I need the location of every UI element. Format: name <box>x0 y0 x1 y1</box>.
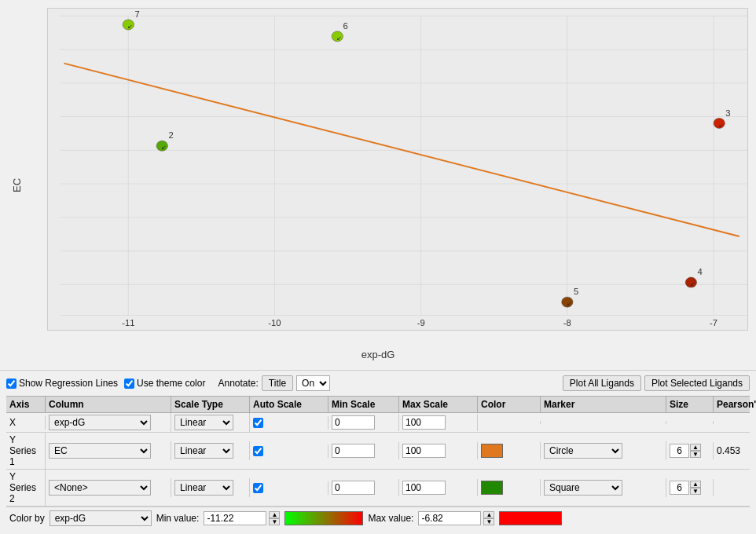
auto-scale-x-checkbox[interactable] <box>253 418 263 428</box>
column-y1: EC <box>46 441 171 460</box>
size-y1-spin-btns: ▲ ▼ <box>690 444 701 458</box>
auto-scale-y1 <box>250 444 328 458</box>
color-y1 <box>478 442 541 459</box>
max-scale-x-input[interactable] <box>402 415 446 430</box>
th-marker: Marker <box>541 397 666 412</box>
size-y1: ▲ ▼ <box>666 442 714 459</box>
marker-y1: Circle Square <box>541 441 666 460</box>
pearson-y1-value: 0.453 <box>717 445 740 456</box>
svg-text:↙: ↙ <box>161 144 167 152</box>
th-max-scale: Max Scale <box>399 397 478 412</box>
scale-type-x: Linear <box>171 413 250 432</box>
use-theme-color-checkbox[interactable] <box>124 379 134 389</box>
size-y1-up[interactable]: ▲ <box>690 444 701 451</box>
svg-text:7: 7 <box>134 10 139 19</box>
table-header: Axis Column Scale Type Auto Scale Min Sc… <box>6 396 750 413</box>
color-by-select[interactable]: exp-dG <box>50 510 152 526</box>
column-x-select[interactable]: exp-dG <box>49 415 151 430</box>
svg-text:2: 2 <box>168 131 173 140</box>
min-down[interactable]: ▼ <box>269 518 280 525</box>
marker-y2-select[interactable]: Square Circle <box>544 480 622 496</box>
auto-scale-y2 <box>250 481 328 495</box>
max-scale-y2-input[interactable] <box>402 481 446 495</box>
size-y1-input[interactable] <box>670 444 689 458</box>
svg-text:↙: ↙ <box>127 23 133 30</box>
svg-text:5: 5 <box>574 287 578 296</box>
max-down[interactable]: ▼ <box>483 518 494 525</box>
th-size: Size <box>666 397 714 412</box>
max-value-input[interactable] <box>418 511 481 525</box>
max-scale-y2 <box>399 479 478 496</box>
svg-text:↙: ↙ <box>336 35 342 42</box>
chart-area: EC exp-dG 0.27 0.26 0.25 0.24 0.23 0.22 … <box>0 0 756 370</box>
min-scale-y1 <box>328 442 399 459</box>
scale-type-y2-select[interactable]: Linear <box>174 480 233 496</box>
th-pearson: Pearson's R² <box>714 397 756 412</box>
min-value-label: Min value: <box>156 513 200 524</box>
min-scale-x <box>328 414 399 431</box>
min-scale-y1-input[interactable] <box>332 444 375 458</box>
use-theme-color-label: Use theme color <box>137 378 205 389</box>
annotate-title-button[interactable]: Title <box>262 375 293 391</box>
size-y2-spin-btns: ▲ ▼ <box>690 481 701 495</box>
max-color-swatch[interactable] <box>499 511 562 525</box>
svg-text:↙: ↙ <box>690 281 695 288</box>
x-axis-label: exp-dG <box>361 349 395 360</box>
table-row-x: X exp-dG Linear <box>6 413 750 433</box>
annotate-on-select[interactable]: On Off <box>296 375 330 391</box>
svg-text:4: 4 <box>698 268 703 276</box>
size-y2-spinbox: ▲ ▼ <box>670 481 701 495</box>
column-x: exp-dG <box>46 413 171 432</box>
marker-y1-select[interactable]: Circle Square <box>544 443 622 459</box>
scale-type-y1-select[interactable]: Linear <box>174 443 233 459</box>
show-regression-checkbox-label[interactable]: Show Regression Lines <box>6 378 118 389</box>
plot-all-ligands-button[interactable]: Plot All Ligands <box>563 375 641 391</box>
pearson-y1: 0.453 <box>714 444 756 458</box>
size-y1-down[interactable]: ▼ <box>690 451 701 458</box>
use-theme-color-checkbox-label[interactable]: Use theme color <box>124 378 205 389</box>
th-axis: Axis <box>6 397 46 412</box>
max-value-section: ▲ ▼ <box>418 511 494 525</box>
color-by-label: Color by <box>9 513 45 524</box>
show-regression-label: Show Regression Lines <box>19 378 118 389</box>
column-y2-select[interactable]: <None> EC <box>49 480 151 496</box>
th-auto-scale: Auto Scale <box>250 397 328 412</box>
scale-type-y2: Linear <box>171 478 250 497</box>
auto-scale-y2-checkbox[interactable] <box>253 483 263 493</box>
pearson-y2 <box>714 486 756 489</box>
annotate-section: Annotate: Title On Off <box>218 375 330 391</box>
color-y2 <box>478 479 541 496</box>
min-scale-x-input[interactable] <box>332 415 375 430</box>
plot-selected-ligands-button[interactable]: Plot Selected Ligands <box>644 375 750 391</box>
size-y2-up[interactable]: ▲ <box>690 481 701 488</box>
svg-text:-10: -10 <box>268 319 281 327</box>
th-scale-type: Scale Type <box>171 397 250 412</box>
max-up[interactable]: ▲ <box>483 511 494 518</box>
table-row-y1: Y Series 1 EC Linear <box>6 433 750 470</box>
min-up[interactable]: ▲ <box>269 511 280 518</box>
chart-inner: 0.27 0.26 0.25 0.24 0.23 0.22 0.21 0.20 … <box>47 8 748 331</box>
color-y2-swatch[interactable] <box>481 481 503 495</box>
y-axis-label: EC <box>11 177 23 192</box>
svg-text:↙: ↙ <box>567 301 572 308</box>
size-y2-down[interactable]: ▼ <box>690 488 701 495</box>
auto-scale-y1-checkbox[interactable] <box>253 446 263 456</box>
min-scale-y2-input[interactable] <box>332 481 375 495</box>
svg-text:-11: -11 <box>122 319 134 327</box>
min-spin-btns: ▲ ▼ <box>269 511 280 525</box>
controls-area: Show Regression Lines Use theme color An… <box>0 370 756 534</box>
max-scale-y1-input[interactable] <box>402 444 446 458</box>
max-scale-y1 <box>399 442 478 459</box>
color-by-row: Color by exp-dG Min value: ▲ ▼ Max value… <box>6 507 750 529</box>
pearson-x <box>714 421 756 424</box>
size-y2-input[interactable] <box>670 481 689 495</box>
scale-type-x-select[interactable]: Linear <box>174 415 233 430</box>
scale-type-y1: Linear <box>171 441 250 460</box>
color-y1-swatch[interactable] <box>481 444 503 458</box>
max-spin-btns: ▲ ▼ <box>483 511 494 525</box>
svg-text:↙: ↙ <box>718 122 724 129</box>
column-y1-select[interactable]: EC <box>49 443 151 459</box>
min-value-input[interactable] <box>204 511 266 525</box>
show-regression-checkbox[interactable] <box>6 379 17 389</box>
min-value-section: ▲ ▼ <box>204 511 280 525</box>
